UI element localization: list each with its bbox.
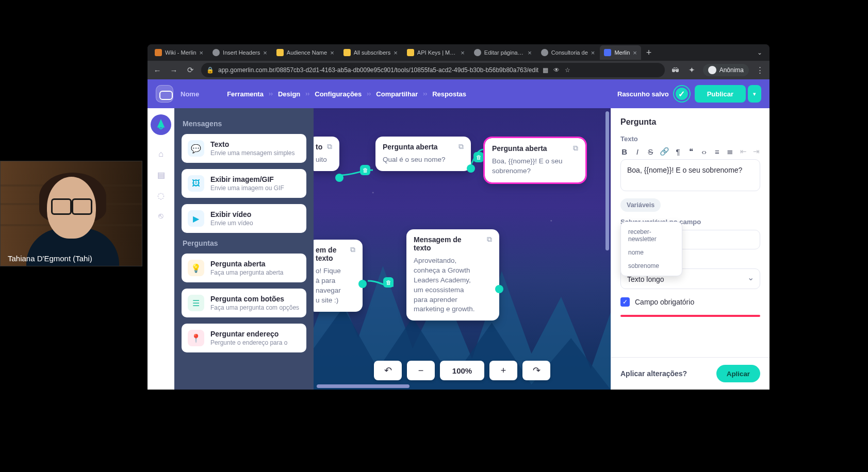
required-label: Campo obrigatório — [635, 298, 694, 306]
variables-chip[interactable]: Variáveis — [620, 198, 661, 212]
zoom-level[interactable]: 100% — [440, 361, 484, 380]
tabs-overflow-icon[interactable]: ⌄ — [753, 49, 766, 56]
layers-icon[interactable]: ▤ — [155, 169, 167, 180]
home-icon[interactable]: ⌂ — [155, 148, 167, 160]
variable-option[interactable]: receber-newsletter — [623, 225, 680, 246]
duplicate-icon[interactable]: ⧉ — [348, 245, 357, 254]
quote-icon[interactable]: ❝ — [687, 147, 695, 156]
bulb-icon[interactable]: ◌ — [155, 190, 167, 201]
block-video[interactable]: ▶ Exibir vídeoEnvie um vídeo — [182, 204, 306, 233]
flow-node[interactable]: to ⧉ uito — [314, 137, 339, 171]
merlin-logo-icon[interactable] — [151, 114, 171, 135]
text-icon: 💬 — [188, 140, 204, 157]
merlin-app: Nome Ferramenta›› Design›› Configurações… — [148, 79, 769, 390]
canvas-h-scrollbar[interactable] — [317, 384, 533, 388]
forward-button[interactable]: → — [168, 64, 179, 76]
eye-off-icon[interactable]: 👁 — [553, 66, 560, 74]
variable-option[interactable]: nome — [623, 246, 680, 259]
block-pergunta-botoes[interactable]: ☰ Pergunta com botõesFaça uma pergunta c… — [182, 289, 306, 317]
property-panel: Pergunta Texto B I S 🔗 ¶ ❝ ‹› ≡ ≣ ⇤ ⇥ — [611, 108, 769, 390]
url-text: app.gomerlin.com.br/08857cb3-d2d1-4163-a… — [218, 66, 538, 74]
paragraph-icon[interactable]: ¶ — [674, 147, 682, 156]
avatar-icon — [708, 66, 716, 74]
panel-heading: Pergunta — [620, 117, 760, 127]
duplicate-icon[interactable]: ⧉ — [571, 143, 580, 153]
step-responses[interactable]: Respostas — [432, 90, 466, 98]
outdent-icon[interactable]: ⇤ — [739, 147, 747, 156]
publish-button[interactable]: Publicar — [695, 85, 746, 103]
address-bar[interactable]: 🔒 app.gomerlin.com.br/08857cb3-d2d1-4163… — [201, 63, 665, 77]
close-icon[interactable]: × — [591, 49, 595, 57]
kebab-menu-icon[interactable]: ⋮ — [754, 64, 765, 76]
close-icon[interactable]: × — [461, 49, 465, 57]
step-design[interactable]: Design — [278, 90, 300, 98]
apply-button[interactable]: Aplicar — [716, 365, 760, 382]
bold-icon[interactable]: B — [620, 147, 628, 156]
duplicate-icon[interactable]: ⧉ — [485, 234, 494, 244]
block-texto[interactable]: 💬 TextoEnvie uma mensagem simples — [182, 134, 306, 163]
step-ferramenta[interactable]: Ferramenta — [227, 90, 264, 98]
step-share[interactable]: Compartilhar — [376, 90, 418, 98]
flow-node-mensagem[interactable]: Mensagem de texto ⧉ Aproveitando, conheç… — [406, 229, 499, 321]
publish-dropdown-icon[interactable]: ▾ — [748, 85, 761, 103]
tab-wiki-merlin[interactable]: Wiki - Merlin× — [151, 45, 207, 60]
italic-icon[interactable]: I — [633, 147, 641, 156]
redo-button[interactable]: ↷ — [522, 361, 550, 380]
indent-icon[interactable]: ⇥ — [752, 147, 760, 156]
apply-question: Aplicar alterações? — [620, 369, 687, 378]
ordered-list-icon[interactable]: ≣ — [726, 147, 734, 156]
required-checkbox[interactable]: ✓ — [620, 297, 630, 307]
duplicate-icon[interactable]: ⧉ — [456, 142, 466, 151]
bulb-icon: 💡 — [188, 260, 204, 276]
tab-insert-headers[interactable]: Insert Headers× — [208, 45, 271, 60]
close-icon[interactable]: × — [528, 49, 532, 57]
star-icon[interactable]: ☆ — [565, 66, 570, 74]
zoom-in-button[interactable]: + — [489, 361, 517, 380]
tab-audience[interactable]: Audience Name× — [272, 45, 338, 60]
flow-node-pergunta-1[interactable]: Pergunta aberta ⧉ Qual é o seu nome? — [375, 137, 471, 171]
close-icon[interactable]: × — [394, 49, 398, 57]
link-icon[interactable]: 🔗 — [660, 147, 669, 156]
close-icon[interactable]: × — [633, 49, 637, 57]
block-pergunta-aberta[interactable]: 💡 Pergunta abertaFaça uma pergunta abert… — [182, 254, 306, 282]
block-imagem[interactable]: 🖼 Exibir imagem/GIFEnvie uma imagem ou G… — [182, 169, 306, 198]
extensions-icon[interactable]: ✦ — [686, 64, 698, 76]
browser-tabs: Wiki - Merlin× Insert Headers× Audience … — [148, 44, 769, 61]
tab-merlin[interactable]: Merlin× — [600, 45, 641, 60]
reload-button[interactable]: ⟳ — [185, 64, 196, 76]
wire-badge-icon: 🗑 — [473, 152, 484, 162]
close-icon[interactable]: × — [330, 49, 334, 57]
qr-icon[interactable]: ▦ — [543, 66, 548, 74]
code-icon[interactable]: ‹› — [700, 147, 708, 156]
back-button[interactable]: ← — [152, 64, 163, 76]
tab-editar[interactable]: Editar página "C× — [470, 45, 536, 60]
new-tab-button[interactable]: + — [642, 46, 656, 59]
bot-logo-icon — [156, 85, 173, 103]
strike-icon[interactable]: S — [647, 147, 654, 156]
flow-canvas[interactable]: 🗑 🗑 🗑 to ⧉ uito Pergunta aberta ⧉ Qual é… — [314, 108, 611, 390]
flow-name-input[interactable]: Nome — [181, 90, 199, 98]
editor-toolbar: B I S 🔗 ¶ ❝ ‹› ≡ ≣ ⇤ ⇥ — [620, 147, 760, 156]
undo-button[interactable]: ↶ — [374, 361, 402, 380]
canvas-scrollbar[interactable] — [605, 111, 609, 250]
step-config[interactable]: Configurações — [315, 90, 362, 98]
duplicate-icon[interactable]: ⧉ — [325, 142, 334, 151]
tab-apikeys[interactable]: API Keys | Mailc× — [403, 45, 469, 60]
flow-node[interactable]: em de texto ⧉ o! Fique à para navegar u … — [314, 240, 363, 312]
close-icon[interactable]: × — [263, 49, 267, 57]
presenter-name: Tahiana D'Egmont (Tahi) — [8, 254, 92, 263]
variable-option[interactable]: sobrenome — [623, 259, 680, 273]
block-endereco[interactable]: 📍 Perguntar endereçoPergunte o endereço … — [182, 324, 306, 352]
video-icon: ▶ — [188, 210, 204, 227]
tab-subscribers[interactable]: All subscribers× — [339, 45, 402, 60]
tab-consultoria[interactable]: Consultoria de× — [537, 45, 599, 60]
zoom-out-button[interactable]: − — [407, 361, 435, 380]
profile-pill[interactable]: Anônima — [703, 64, 749, 76]
bullet-list-icon[interactable]: ≡ — [713, 147, 721, 156]
image-icon: 🖼 — [188, 175, 204, 192]
question-text-editor[interactable]: Boa, {{nome}}! E o seu sobrenome? — [620, 159, 760, 191]
flow-node-pergunta-2[interactable]: Pergunta aberta ⧉ Boa, {{nome}}! E o seu… — [485, 138, 585, 182]
wire-badge-icon: 🗑 — [360, 165, 370, 175]
close-icon[interactable]: × — [200, 49, 204, 57]
exit-icon[interactable]: ⎋ — [155, 210, 167, 222]
